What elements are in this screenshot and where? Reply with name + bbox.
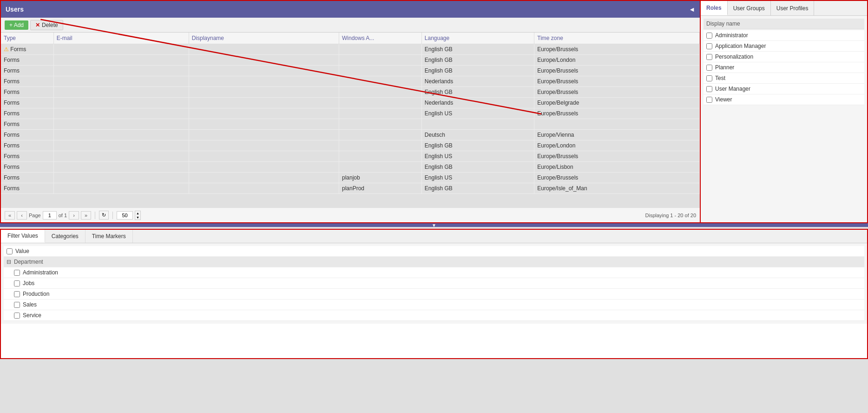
- cell-type: Forms: [1, 183, 53, 194]
- cell-windows: [339, 76, 421, 87]
- role-item[interactable]: Personalization: [704, 52, 864, 62]
- role-checkbox[interactable]: [706, 54, 712, 60]
- cell-language: English GB: [421, 44, 534, 55]
- table-row[interactable]: Forms: [1, 119, 700, 130]
- right-panel-tabs: Roles User Groups User Profiles: [701, 1, 867, 16]
- cell-displayname: [189, 55, 339, 66]
- filter-checkbox[interactable]: [14, 313, 20, 319]
- role-checkbox[interactable]: [706, 97, 712, 103]
- cell-timezone: Europe/London: [534, 140, 700, 151]
- users-table: Type E-mail Displayname Windows A... Lan…: [1, 33, 700, 194]
- filter-item[interactable]: Administration: [4, 267, 864, 278]
- cell-language: English US: [421, 151, 534, 162]
- cell-email: [53, 87, 189, 98]
- table-row[interactable]: FormsEnglish GBEurope/London: [1, 140, 700, 151]
- cell-email: [53, 55, 189, 66]
- role-item[interactable]: Viewer: [704, 94, 864, 105]
- page-size-input[interactable]: [117, 211, 133, 220]
- cell-displayname: [189, 98, 339, 108]
- cell-type: Forms: [1, 76, 53, 87]
- tab-time-markers[interactable]: Time Markers: [85, 230, 133, 243]
- role-item[interactable]: Application Manager: [704, 41, 864, 52]
- table-row[interactable]: FormsEnglish USEurope/Brussels: [1, 108, 700, 119]
- cell-email: [53, 98, 189, 108]
- role-item[interactable]: Planner: [704, 62, 864, 73]
- filter-checkbox[interactable]: [14, 302, 20, 308]
- table-row[interactable]: FormsDeutschEurope/Vienna: [1, 130, 700, 140]
- cell-language: English US: [421, 173, 534, 183]
- filter-checkbox[interactable]: [7, 248, 13, 254]
- cell-email: [53, 130, 189, 140]
- cell-type: Forms: [1, 119, 53, 130]
- cell-language: English GB: [421, 162, 534, 173]
- col-header-language: Language: [421, 33, 534, 44]
- page-number-input[interactable]: [43, 211, 57, 220]
- table-row[interactable]: FormsNederlandsEurope/Belgrade: [1, 98, 700, 108]
- cell-displayname: [189, 130, 339, 140]
- tab-roles[interactable]: Roles: [701, 1, 728, 15]
- role-checkbox[interactable]: [706, 75, 712, 81]
- table-row[interactable]: FormsEnglish USEurope/Brussels: [1, 151, 700, 162]
- delete-button[interactable]: ✕ Delete: [30, 20, 63, 30]
- table-row[interactable]: FormsEnglish GBEurope/London: [1, 55, 700, 66]
- next-page-button[interactable]: ›: [69, 211, 79, 220]
- page-size-up[interactable]: ▲: [135, 211, 140, 215]
- cell-windows: [339, 162, 421, 173]
- prev-page-button[interactable]: ‹: [17, 211, 27, 220]
- main-header-title: Users: [6, 6, 24, 13]
- role-checkbox[interactable]: [706, 33, 712, 39]
- role-checkbox[interactable]: [706, 65, 712, 71]
- cell-email: [53, 151, 189, 162]
- role-checkbox[interactable]: [706, 43, 712, 49]
- bottom-divider-arrow: ▼: [432, 223, 436, 228]
- cell-type: Forms: [1, 55, 53, 66]
- cell-language: [421, 119, 534, 130]
- filter-item[interactable]: Production: [4, 289, 864, 300]
- roles-content: Display name AdministratorApplication Ma…: [701, 16, 867, 222]
- add-button[interactable]: + Add: [5, 20, 28, 30]
- first-page-button[interactable]: «: [5, 211, 15, 220]
- cell-timezone: Europe/Vienna: [534, 130, 700, 140]
- page-size-down[interactable]: ▼: [135, 215, 140, 220]
- filter-item[interactable]: Value: [4, 246, 864, 257]
- page-size-spinner[interactable]: ▲ ▼: [135, 211, 141, 220]
- tab-categories[interactable]: Categories: [45, 230, 85, 243]
- cell-timezone: [534, 119, 700, 130]
- cell-displayname: [189, 44, 339, 55]
- table-row[interactable]: FormsNederlandsEurope/Brussels: [1, 76, 700, 87]
- filter-content: Value⊟ DepartmentAdministrationJobsProdu…: [1, 243, 867, 324]
- refresh-button[interactable]: ↻: [99, 211, 109, 220]
- table-row[interactable]: FormsEnglish GBEurope/Brussels: [1, 87, 700, 98]
- role-item[interactable]: Test: [704, 73, 864, 84]
- table-row[interactable]: FormsEnglish GBEurope/Lisbon: [1, 162, 700, 173]
- users-table-scroll[interactable]: Type E-mail Displayname Windows A... Lan…: [1, 33, 700, 207]
- role-item[interactable]: User Manager: [704, 84, 864, 94]
- table-row[interactable]: FormsEnglish GBEurope/Brussels: [1, 66, 700, 76]
- tab-filter-values[interactable]: Filter Values: [1, 230, 45, 243]
- role-checkbox[interactable]: [706, 86, 712, 92]
- filter-checkbox[interactable]: [14, 270, 20, 276]
- col-header-email: E-mail: [53, 33, 189, 44]
- cell-language: English GB: [421, 66, 534, 76]
- filter-checkbox[interactable]: [14, 280, 20, 286]
- tab-user-profiles[interactable]: User Profiles: [771, 1, 815, 15]
- filter-item[interactable]: Service: [4, 310, 864, 321]
- filter-item[interactable]: Sales: [4, 300, 864, 310]
- table-row[interactable]: FormsplanProdEnglish GBEurope/Isle_of_Ma…: [1, 183, 700, 194]
- filter-checkbox[interactable]: [14, 291, 20, 297]
- cell-timezone: Europe/Brussels: [534, 66, 700, 76]
- tab-user-groups[interactable]: User Groups: [728, 1, 771, 15]
- collapse-button[interactable]: ◄: [689, 6, 695, 13]
- table-row[interactable]: FormsplanjobEnglish USEurope/Brussels: [1, 173, 700, 183]
- cell-email: [53, 76, 189, 87]
- table-row[interactable]: ⚠ FormsEnglish GBEurope/Brussels: [1, 44, 700, 55]
- filter-label: Administration: [23, 269, 58, 276]
- last-page-button[interactable]: »: [81, 211, 91, 220]
- warning-icon: ⚠: [4, 46, 9, 53]
- filter-item[interactable]: Jobs: [4, 278, 864, 289]
- cell-windows: planProd: [339, 183, 421, 194]
- bottom-divider[interactable]: ▼: [0, 223, 868, 227]
- role-item[interactable]: Administrator: [704, 30, 864, 41]
- cell-email: [53, 173, 189, 183]
- role-label: Application Manager: [715, 43, 766, 49]
